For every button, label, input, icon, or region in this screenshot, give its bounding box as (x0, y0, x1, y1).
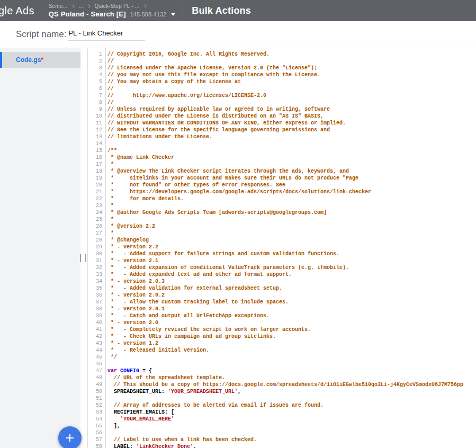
line-number: 10 (88, 113, 105, 120)
chevron-right-icon (71, 4, 75, 8)
line-number: 34 (88, 278, 105, 285)
line-number: 24 (88, 209, 105, 216)
breadcrumb-item[interactable]: Quick-Step PL - ... (95, 3, 140, 9)
code-line (107, 429, 476, 436)
line-number: 53 (88, 409, 105, 416)
line-number: 30 (88, 250, 105, 257)
code-line: * @overview The Link Checker script iter… (107, 168, 476, 175)
line-number: 22 (88, 195, 105, 202)
code-editor[interactable]: 1234567891011121314151617181920212223242… (88, 48, 476, 448)
code-line: * - Catch and output all UrlFetchApp exc… (107, 312, 476, 319)
line-number: 21 (88, 189, 105, 195)
code-line: // WITHOUT WARRANTIES OR CONDITIONS OF A… (107, 120, 476, 127)
code-line: * @author Google Ads Scripts Team [adwor… (107, 209, 476, 216)
file-tab-codegs[interactable]: Code.gs* (0, 52, 80, 68)
line-number: 12 (88, 127, 105, 133)
line-number: 47 (88, 368, 105, 374)
line-number: 25 (88, 216, 105, 223)
line-number: 37 (88, 299, 105, 306)
line-number: 7 (88, 92, 105, 99)
code-line: * (107, 161, 476, 168)
line-number: 23 (88, 202, 105, 209)
line-number: 19 (88, 175, 105, 182)
line-number: 31 (88, 257, 105, 264)
code-line: RECIPIENT_EMAILS: [ (107, 409, 476, 416)
code-line: * - Allow the custom tracking label to i… (107, 299, 476, 306)
line-number: 2 (88, 58, 105, 65)
panel-divider (87, 48, 88, 448)
code-line (107, 140, 476, 147)
code-line: // Label to use when a link has been che… (107, 436, 476, 443)
caret-down-icon (171, 13, 175, 16)
code-line: // (107, 58, 476, 65)
code-line: */ (107, 354, 476, 361)
code-line: // Licensed under the Apache License, Ve… (107, 65, 476, 71)
code-line: * sitelinks in your account and makes su… (107, 175, 476, 182)
breadcrumb-item[interactable]: ... (79, 3, 84, 9)
line-number: 40 (88, 319, 105, 326)
code-line: * (107, 202, 476, 209)
chevron-right-icon (143, 4, 147, 8)
code-line: * - version 2.0 (107, 319, 476, 326)
line-number: 17 (88, 161, 105, 168)
google-ads-logo[interactable]: gle Ads (0, 5, 34, 17)
code-line (107, 361, 476, 368)
line-number: 29 (88, 244, 105, 250)
line-number: 46 (88, 361, 105, 368)
chevron-right-icon (86, 4, 90, 8)
code-line: // URL of the spreadsheet template. (107, 374, 476, 381)
code-line: * - version 2.2 (107, 244, 476, 250)
code-line: // (107, 99, 476, 106)
code-line: * @name Link Checker (107, 154, 476, 161)
line-number: 39 (88, 312, 105, 319)
line-number: 42 (88, 333, 105, 340)
line-number: 4 (88, 71, 105, 78)
line-number: 3 (88, 65, 105, 71)
breadcrumb-path: Seme... ... Quick-Step PL - ... (49, 3, 176, 9)
gutter: 1234567891011121314151617181920212223242… (88, 48, 106, 448)
code-line: * - version 2.1 (107, 257, 476, 264)
fab-add-script-button[interactable] (58, 426, 82, 448)
line-number: 35 (88, 285, 105, 292)
line-number: 13 (88, 133, 105, 140)
code-line: // Unless required by applicable law or … (107, 106, 476, 113)
code-line: * - Check URLs in campaign and ad group … (107, 333, 476, 340)
line-number: 33 (88, 271, 105, 278)
line-number: 20 (88, 182, 105, 189)
breadcrumb-item[interactable]: Seme... (49, 3, 68, 9)
line-number: 15 (88, 147, 105, 154)
code-line: 'YOUR_EMAIL_HERE' (107, 416, 476, 423)
line-number: 54 (88, 416, 105, 423)
line-number: 58 (88, 443, 105, 448)
code-line: // You may obtain a copy of the License … (107, 78, 476, 85)
line-number: 50 (88, 388, 105, 395)
code-line: // This should be a copy of https://docs… (107, 381, 476, 388)
code-line: // (107, 85, 476, 92)
script-name-row: Script name: (0, 21, 476, 48)
line-number: 9 (88, 106, 105, 113)
code-line: * https://developers.google.com/google-a… (107, 189, 476, 195)
file-list-panel: Code.gs* (0, 48, 80, 448)
line-number: 18 (88, 168, 105, 175)
line-number: 41 (88, 326, 105, 333)
account-id: 145-508-4132 (130, 11, 167, 17)
file-name: Code.gs (16, 56, 41, 64)
line-number: 26 (88, 223, 105, 230)
line-number: 57 (88, 436, 105, 443)
line-number: 44 (88, 347, 105, 354)
line-number: 38 (88, 306, 105, 312)
code-line: // Array of addresses to be alerted via … (107, 402, 476, 409)
drag-handle-icon[interactable] (80, 254, 86, 262)
line-number: 51 (88, 395, 105, 402)
account-selector[interactable]: QS Poland - Search [E] 145-508-4132 (49, 10, 176, 18)
script-name-input[interactable] (68, 28, 145, 41)
line-number: 43 (88, 340, 105, 347)
code-line: LABEL: 'LinkChecker Done', (107, 443, 476, 448)
topbar-divider (183, 4, 183, 17)
code-line: // http://www.apache.org/licenses/LICENS… (107, 92, 476, 99)
line-number: 45 (88, 354, 105, 361)
line-number: 55 (88, 423, 105, 429)
page-title: Bulk Actions (192, 5, 251, 16)
code-line (107, 395, 476, 402)
code-line: // See the License for the specific lang… (107, 127, 476, 133)
